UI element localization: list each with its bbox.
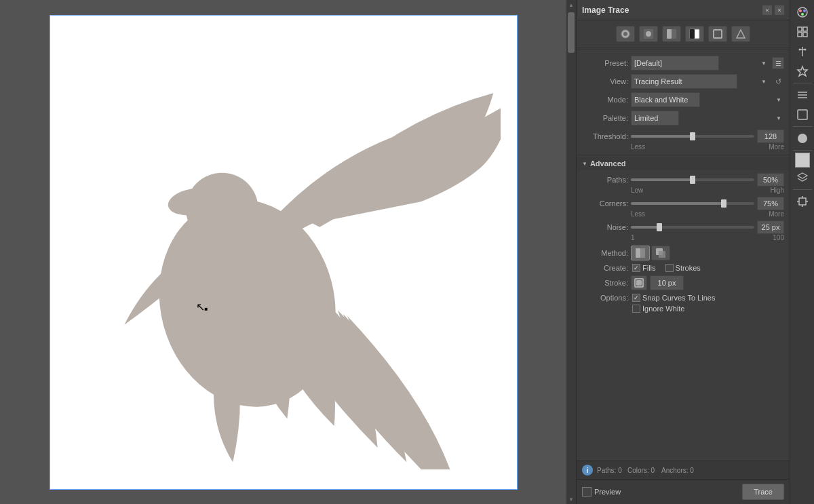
scroll-down-arrow[interactable]: ▼ — [566, 495, 576, 504]
form-section-preset: Preset: [Default]High Fidelity PhotoLow … — [577, 52, 790, 130]
strokes-checkbox[interactable] — [665, 264, 674, 272]
trace-button[interactable]: Trace — [742, 484, 784, 500]
ignore-white-checkbox[interactable] — [632, 305, 640, 313]
sidebar-icon-artboard[interactable] — [793, 192, 812, 211]
svg-rect-16 — [659, 251, 665, 258]
method-btn-abutting[interactable] — [631, 246, 650, 260]
advanced-label: Advanced — [590, 159, 626, 168]
snap-curves-label: Snap Curves To Lines — [642, 294, 715, 302]
snap-curves-checkbox[interactable]: ✓ — [632, 294, 640, 302]
corners-label: Corners: — [582, 199, 628, 208]
advanced-triangle-icon: ▼ — [582, 161, 587, 167]
threshold-value[interactable]: 128 — [757, 130, 784, 143]
fills-checkbox[interactable]: ✓ — [632, 264, 640, 272]
panel-collapse-btn[interactable]: « — [762, 5, 772, 15]
section-divider-1 — [577, 50, 790, 50]
sidebar-icon-layers[interactable] — [793, 168, 812, 187]
section-divider-2 — [577, 155, 790, 155]
preview-checkbox[interactable] — [582, 487, 592, 497]
strokes-label: Strokes — [676, 264, 701, 272]
strokes-checkbox-item[interactable]: Strokes — [665, 264, 701, 272]
create-row: Create: ✓ Fills Strokes — [582, 264, 784, 272]
view-select[interactable]: Tracing ResultOutlinesOutlines with Sour… — [631, 74, 737, 89]
preset-icon-bw[interactable] — [685, 26, 704, 42]
fills-checkbox-item[interactable]: ✓ Fills — [632, 264, 656, 272]
svg-point-21 — [803, 9, 806, 12]
paths-hints: Low High — [582, 187, 784, 194]
preset-icon-auto[interactable] — [616, 26, 635, 42]
options-label: Options: — [582, 294, 628, 302]
sidebar-icon-circle-fill[interactable] — [793, 129, 812, 148]
svg-rect-35 — [798, 110, 807, 119]
svg-rect-24 — [803, 27, 807, 31]
fills-label: Fills — [642, 264, 656, 272]
stroke-icon-btn[interactable] — [631, 275, 647, 290]
method-buttons — [631, 246, 670, 260]
preview-label: Preview — [594, 488, 621, 496]
palette-select[interactable]: LimitedFull ToneAutomatic — [631, 111, 679, 125]
mode-select[interactable]: Black and WhiteGrayscaleColorAuto Color — [631, 92, 700, 107]
sidebar-icon-square[interactable] — [793, 105, 812, 124]
preset-icon-color[interactable] — [639, 26, 658, 42]
threshold-section: Threshold: 128 Less More — [577, 130, 790, 153]
create-label: Create: — [582, 264, 628, 272]
noise-track[interactable] — [631, 226, 754, 229]
corners-value[interactable]: 75% — [757, 197, 784, 210]
preset-select-wrapper: [Default]High Fidelity PhotoLow Fidelity… — [631, 56, 769, 71]
preset-icon-outline[interactable] — [708, 26, 727, 42]
svg-point-22 — [801, 13, 804, 16]
color-box[interactable] — [795, 153, 810, 168]
bird-illustration — [66, 35, 501, 469]
panel-header: Image Trace « × — [577, 0, 790, 20]
bottom-bar: Preview Trace — [577, 479, 790, 504]
threshold-label: Threshold: — [582, 132, 628, 140]
sidebar-icon-star[interactable] — [793, 62, 812, 81]
panel-close-btn[interactable]: × — [775, 5, 784, 15]
threshold-track[interactable] — [631, 135, 754, 138]
view-row: View: Tracing ResultOutlinesOutlines wit… — [582, 74, 784, 89]
method-row: Method: — [582, 246, 784, 260]
corners-track[interactable] — [631, 202, 754, 205]
stroke-row: Stroke: 10 px — [582, 275, 784, 290]
canvas-area: ↖■ — [0, 0, 566, 504]
noise-value[interactable]: 25 px — [757, 220, 784, 234]
advanced-header[interactable]: ▼ Advanced — [577, 157, 790, 170]
snap-curves-item[interactable]: ✓ Snap Curves To Lines — [632, 294, 715, 302]
palette-select-wrapper: LimitedFull ToneAutomatic — [631, 111, 784, 125]
sidebar-icon-paint[interactable] — [793, 3, 812, 22]
scroll-up-arrow[interactable]: ▲ — [566, 0, 576, 9]
preset-icon-gray[interactable] — [662, 26, 681, 42]
preset-icon-sketch[interactable] — [731, 26, 750, 42]
svg-rect-38 — [799, 198, 806, 205]
refresh-icon[interactable]: ↺ — [772, 75, 784, 88]
method-btn-overlapping[interactable] — [651, 246, 670, 260]
noise-hints: 1 100 — [582, 234, 784, 241]
sidebar-icon-lines[interactable] — [793, 85, 812, 104]
svg-rect-25 — [798, 33, 802, 37]
scroll-thumb[interactable] — [568, 12, 575, 53]
noise-slider-row: Noise: 25 px — [582, 220, 784, 234]
svg-rect-10 — [690, 29, 695, 39]
ignore-white-item[interactable]: Ignore White — [632, 305, 684, 313]
sidebar-icon-usb[interactable] — [793, 42, 812, 61]
svg-marker-31 — [798, 66, 807, 76]
panel-controls: « × — [762, 5, 784, 15]
sidebar-icon-grid[interactable] — [793, 22, 812, 41]
corners-less: Less — [631, 210, 645, 218]
stroke-value[interactable]: 10 px — [650, 275, 684, 290]
svg-point-6 — [646, 31, 651, 37]
panel-title: Image Trace — [582, 5, 629, 15]
paths-high: High — [770, 187, 784, 194]
mode-row: Mode: Black and WhiteGrayscaleColorAuto … — [582, 92, 784, 107]
threshold-more: More — [769, 143, 784, 151]
svg-marker-37 — [798, 173, 807, 178]
advanced-section: Paths: 50% Low High Corners: 75% — [577, 170, 790, 315]
svg-marker-12 — [737, 30, 745, 38]
paths-value[interactable]: 50% — [757, 173, 784, 187]
main-scrollbar[interactable]: ▲ ▼ — [566, 0, 576, 504]
preset-select[interactable]: [Default]High Fidelity PhotoLow Fidelity… — [631, 56, 719, 71]
paths-track[interactable] — [631, 178, 754, 181]
preset-label: Preset: — [582, 59, 628, 67]
preset-list-icon[interactable]: ☰ — [772, 57, 784, 69]
paths-label: Paths: — [582, 176, 628, 184]
